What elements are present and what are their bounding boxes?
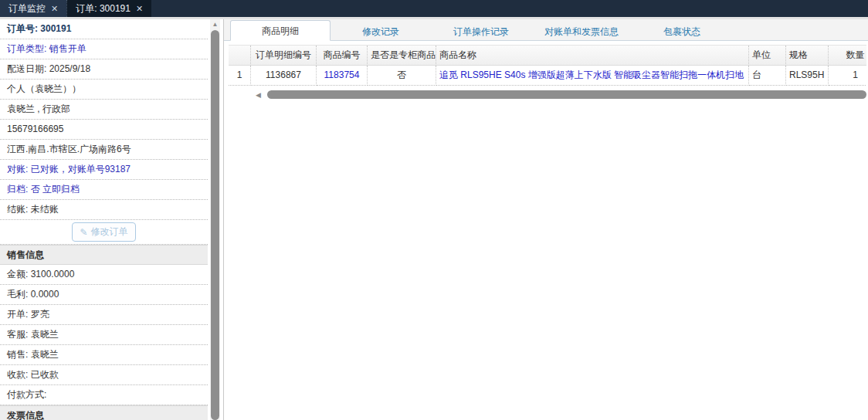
edit-icon: ✎ — [80, 227, 87, 238]
main-empty-area — [224, 101, 868, 420]
window-tab-2[interactable]: 订单: 300191✕ — [66, 0, 151, 17]
table-cell: 1 — [229, 66, 251, 86]
window-tab-label: 订单监控 — [8, 2, 46, 15]
table-cell-link[interactable]: 追觅 RLS95HE S40s 增强版超薄上下水版 智能吸尘器智能扫拖一体机扫地 — [436, 66, 749, 86]
sidebar-scrollbar[interactable]: ▲ — [210, 19, 220, 420]
table-cell: 1 — [829, 66, 866, 86]
table-cell: 否 — [368, 66, 436, 86]
main-tab-4[interactable]: 对账单和发票信息 — [531, 23, 632, 40]
table-cell: 1136867 — [251, 66, 317, 86]
table-cell: 台 — [749, 66, 786, 86]
table-cell-link[interactable]: 1183754 — [317, 66, 368, 86]
sidebar-field-payment-status: 收款: 已收款 — [0, 365, 208, 385]
sidebar-field-contact-person: 袁晓兰 , 行政部 — [0, 100, 208, 120]
window-tab-label: 订单: 300191 — [76, 2, 131, 15]
sidebar-section-invoice-info: 发票信息 — [0, 405, 208, 420]
column-header-4: 是否是专柜商品 — [368, 46, 436, 66]
main-tab-2[interactable]: 修改记录 — [331, 23, 431, 40]
sidebar-field-customer: 个人（袁晓兰）） — [0, 80, 208, 100]
horizontal-scrollbar[interactable]: ◀ — [229, 89, 866, 101]
sidebar-field-amount: 金额: 3100.0000 — [0, 265, 208, 285]
main-tab-bar: 商品明细修改记录订单操作记录对账单和发票信息包裹状态 — [224, 19, 868, 41]
sidebar-field-gross-profit: 毛利: 0.0000 — [0, 285, 208, 305]
table-cell: RLS95H — [786, 66, 829, 86]
product-table-body: 111368671183754否追觅 RLS95HE S40s 增强版超薄上下水… — [229, 66, 866, 86]
order-detail-main: 商品明细修改记录订单操作记录对账单和发票信息包裹状态 订单明细编号商品编号是否是… — [224, 19, 868, 420]
edit-order-button-row: ✎修改订单 — [0, 220, 208, 245]
column-header-2: 订单明细编号 — [251, 46, 317, 66]
scroll-left-icon[interactable]: ◀ — [256, 91, 261, 99]
sidebar-field-delivery-date: 配送日期: 2025/9/18 — [0, 59, 208, 80]
horizontal-scrollbar-thumb[interactable] — [267, 90, 866, 99]
column-header-1 — [229, 46, 251, 66]
column-header-6: 单位 — [749, 46, 786, 66]
edit-order-button-label: 修改订单 — [91, 225, 128, 239]
sidebar-field-phone: 15679166695 — [0, 120, 208, 140]
sidebar-field-reconciliation[interactable]: 对账: 已对账，对账单号93187 — [0, 160, 208, 180]
product-table: 订单明细编号商品编号是否是专柜商品商品名称单位规格数量 111368671183… — [229, 45, 866, 86]
main-tab-3[interactable]: 订单操作记录 — [431, 23, 531, 40]
sidebar-field-customer-service: 客服: 袁晓兰 — [0, 325, 208, 345]
sidebar-field-archive[interactable]: 归档: 否 立即归档 — [0, 180, 208, 200]
sidebar-field-settlement: 结账: 未结账 — [0, 200, 208, 220]
sidebar-scrollbar-thumb[interactable] — [211, 30, 219, 420]
sidebar-field-biller: 开单: 罗亮 — [0, 305, 208, 325]
order-summary-sidebar: 订单号: 300191订单类型: 销售开单配送日期: 2025/9/18个人（袁… — [0, 19, 224, 420]
close-icon[interactable]: ✕ — [136, 4, 143, 14]
main-tab-1[interactable]: 商品明细 — [230, 20, 331, 41]
sidebar-field-salesperson: 销售: 袁晓兰 — [0, 345, 208, 365]
sidebar-field-payment-method: 付款方式: — [0, 385, 208, 405]
sidebar-field-order-type: 订单类型: 销售开单 — [0, 39, 208, 59]
sidebar-section-sales-info: 销售信息 — [0, 245, 208, 265]
product-table-header: 订单明细编号商品编号是否是专柜商品商品名称单位规格数量 — [229, 46, 866, 66]
page-content: 订单号: 300191订单类型: 销售开单配送日期: 2025/9/18个人（袁… — [0, 19, 868, 420]
window-tab-bar: 订单监控✕订单: 300191✕ — [0, 0, 868, 17]
column-header-7: 规格 — [786, 46, 829, 66]
main-tab-5[interactable]: 包裹状态 — [632, 23, 732, 40]
column-header-8: 数量 — [829, 46, 866, 66]
edit-order-button[interactable]: ✎修改订单 — [72, 222, 135, 242]
column-header-3: 商品编号 — [317, 46, 368, 66]
close-icon[interactable]: ✕ — [51, 4, 58, 14]
scroll-up-icon[interactable]: ▲ — [210, 19, 220, 30]
column-header-5: 商品名称 — [436, 46, 749, 66]
window-tab-1[interactable]: 订单监控✕ — [0, 0, 66, 17]
table-row[interactable]: 111368671183754否追觅 RLS95HE S40s 增强版超薄上下水… — [229, 66, 866, 86]
sidebar-items: 订单号: 300191订单类型: 销售开单配送日期: 2025/9/18个人（袁… — [0, 19, 208, 420]
sidebar-field-order-number: 订单号: 300191 — [0, 19, 208, 39]
sidebar-field-address: 江西.南昌.市辖区.广场南路6号 — [0, 140, 208, 160]
